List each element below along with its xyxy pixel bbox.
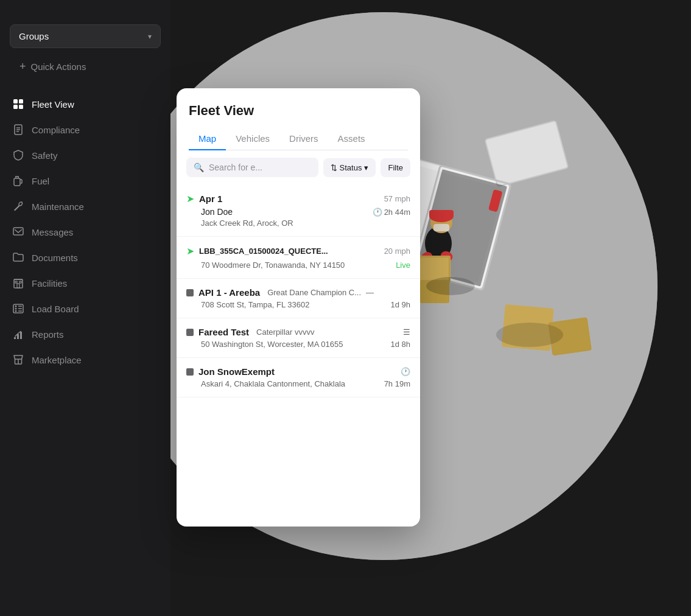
vehicle-address-3: 708 Scott St, Tampa, FL 33602 <box>201 300 310 309</box>
sidebar-item-facilities[interactable]: Facilities <box>0 270 170 296</box>
chevron-down-icon: ▾ <box>148 32 152 41</box>
sidebar-item-label-messages: Messages <box>32 227 73 237</box>
vehicle-speed-1: 57 mph <box>384 194 410 203</box>
sidebar-item-maintenance[interactable]: Maintenance <box>0 194 170 219</box>
sidebar-item-documents[interactable]: Documents <box>0 245 170 270</box>
vehicle-time-3: 1d 9h <box>390 300 410 309</box>
groups-dropdown[interactable]: Groups ▾ <box>10 24 161 48</box>
search-icon: 🔍 <box>194 163 204 172</box>
moving-arrow-icon-1: ➤ <box>186 193 194 205</box>
sidebar-item-label-documents: Documents <box>32 253 78 263</box>
sidebar-item-label-fuel: Fuel <box>32 176 49 186</box>
status-filter-button[interactable]: ⇅ Status ▾ <box>323 158 376 177</box>
vehicle-item-3[interactable]: API 1 - Areeba Great Dane Champion C... … <box>177 279 420 318</box>
svg-rect-51 <box>20 332 22 339</box>
vehicle-name-1: Apr 1 <box>199 194 222 204</box>
svg-rect-49 <box>14 337 16 339</box>
svg-rect-32 <box>14 178 20 186</box>
sidebar-item-load-board[interactable]: Load Board <box>0 296 170 321</box>
vehicle-list: ➤ Apr 1 57 mph Jon Doe 🕐 2h 44m Jack Cre… <box>177 184 420 527</box>
sidebar: Groups ▾ + Quick Actions Fleet View <box>0 0 170 616</box>
sidebar-item-fleet-view[interactable]: Fleet View <box>0 91 170 117</box>
filter-label: Filte <box>388 163 403 172</box>
sidebar-item-label-fleet-view: Fleet View <box>32 99 74 110</box>
sidebar-item-label-reports: Reports <box>32 329 64 340</box>
svg-rect-50 <box>17 334 19 339</box>
store-icon <box>12 354 24 366</box>
sidebar-item-label-compliance: Compliance <box>32 125 80 135</box>
svg-rect-24 <box>13 99 18 103</box>
sidebar-item-compliance[interactable]: Compliance <box>0 117 170 142</box>
fleet-tabs: Map Vehicles Drivers Assets <box>189 128 408 150</box>
tab-vehicles[interactable]: Vehicles <box>226 128 279 150</box>
svg-rect-15 <box>429 210 454 217</box>
status-dot-3 <box>186 289 194 296</box>
plus-icon: + <box>19 60 26 73</box>
svg-rect-25 <box>19 99 23 103</box>
sidebar-nav: Fleet View Compliance Safety <box>0 86 170 604</box>
svg-point-45 <box>15 310 17 312</box>
chart-icon <box>12 328 24 340</box>
vehicle-speed-2: 20 mph <box>384 247 410 256</box>
sidebar-item-safety[interactable]: Safety <box>0 142 170 168</box>
wrench-icon <box>12 200 24 212</box>
sidebar-item-fuel[interactable]: Fuel <box>0 168 170 194</box>
svg-point-22 <box>426 277 475 295</box>
vehicle-time-2: Live <box>396 261 410 270</box>
vehicle-address-4: 50 Washington St, Worcester, MA 01655 <box>201 340 343 349</box>
fleet-search-row: 🔍 ⇅ Status ▾ Filte <box>177 150 420 184</box>
fleet-panel-title: Fleet View <box>189 103 408 119</box>
chevron-icon-status: ▾ <box>364 163 368 172</box>
groups-label: Groups <box>19 31 49 41</box>
vehicle-secondary-3: Great Dane Champion C... <box>267 288 361 297</box>
svg-point-47 <box>15 306 17 307</box>
status-label: Status <box>340 163 362 172</box>
vehicle-driver-1: Jon Doe <box>201 207 233 217</box>
building-icon <box>12 277 24 289</box>
loadboard-icon <box>12 303 24 315</box>
vehicle-time-1: 🕐 2h 44m <box>373 208 410 217</box>
filter-button[interactable]: Filte <box>381 158 410 177</box>
sort-icon: ⇅ <box>331 163 337 172</box>
clock-icon-1: 🕐 <box>373 208 382 217</box>
tab-drivers[interactable]: Drivers <box>279 128 328 150</box>
svg-rect-39 <box>15 281 17 283</box>
sidebar-item-label-marketplace: Marketplace <box>32 355 82 365</box>
vehicle-item-4[interactable]: Fareed Test Caterpillar vvvvv ☰ 50 Washi… <box>177 318 420 358</box>
grid-icon <box>12 98 24 110</box>
vehicle-item-5[interactable]: Jon SnowExempt 🕐 Askari 4, Chaklala Cant… <box>177 358 420 397</box>
vehicle-name-3: API 1 - Areeba <box>198 287 260 298</box>
vehicle-secondary-4: Caterpillar vvvvv <box>256 327 314 337</box>
shield-icon <box>12 149 24 161</box>
search-box[interactable]: 🔍 <box>186 158 318 177</box>
svg-rect-38 <box>17 284 19 288</box>
svg-point-43 <box>15 308 17 310</box>
vehicle-item-1[interactable]: ➤ Apr 1 57 mph Jon Doe 🕐 2h 44m Jack Cre… <box>177 184 420 237</box>
sidebar-item-label-load-board: Load Board <box>32 304 79 314</box>
vehicle-status-badge-4: ☰ <box>403 327 410 337</box>
search-input[interactable] <box>209 163 311 172</box>
vehicle-name-2: LBB_355CA_01500024_QUECTE... <box>199 247 328 256</box>
vehicle-clock-5: 🕐 <box>401 367 410 376</box>
sidebar-item-messages[interactable]: Messages <box>0 219 170 245</box>
vehicle-item-2[interactable]: ➤ LBB_355CA_01500024_QUECTE... 20 mph 70… <box>177 237 420 279</box>
doc-icon <box>12 124 24 136</box>
vehicle-time-4: 1d 8h <box>390 340 410 349</box>
fuel-icon <box>12 175 24 187</box>
fleet-panel-header: Fleet View Map Vehicles Drivers Assets <box>177 88 420 150</box>
fleet-panel: Fleet View Map Vehicles Drivers Assets 🔍… <box>177 88 420 527</box>
sidebar-item-marketplace[interactable]: Marketplace <box>0 347 170 373</box>
tab-map[interactable]: Map <box>189 128 226 150</box>
sidebar-item-reports[interactable]: Reports <box>0 321 170 347</box>
svg-rect-40 <box>19 281 21 283</box>
sidebar-top: Groups ▾ + Quick Actions <box>0 12 170 86</box>
svg-point-23 <box>496 323 563 347</box>
vehicle-name-4: Fareed Test <box>198 327 249 337</box>
vehicle-time-5: 7h 19m <box>384 379 410 388</box>
svg-rect-27 <box>19 105 23 109</box>
tab-assets[interactable]: Assets <box>328 128 375 150</box>
vehicle-address-1: Jack Creek Rd, Arock, OR <box>201 219 293 228</box>
quick-actions-label: Quick Actions <box>31 61 86 72</box>
svg-rect-36 <box>13 228 23 235</box>
quick-actions-button[interactable]: + Quick Actions <box>10 53 161 80</box>
